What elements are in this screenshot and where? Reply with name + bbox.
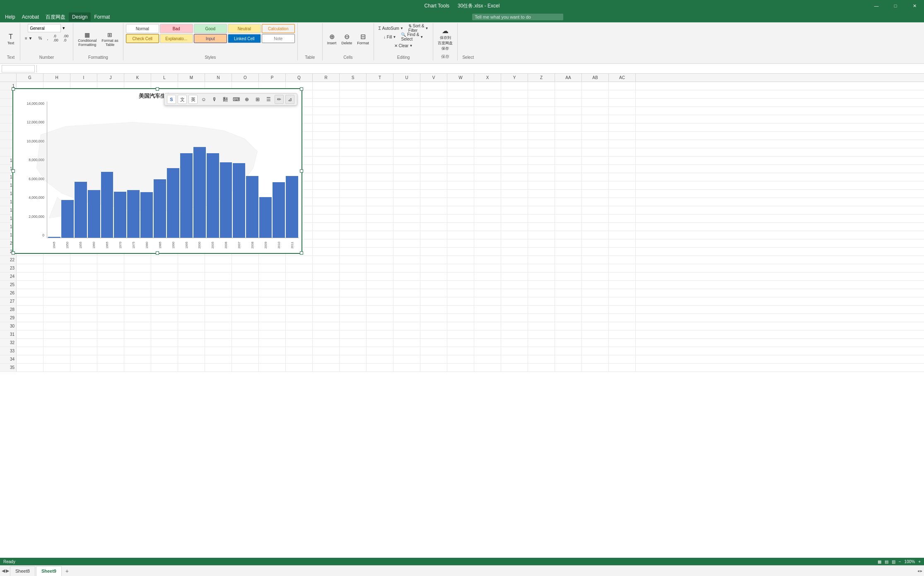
menu-design[interactable]: Design (69, 12, 91, 22)
col-X[interactable]: X (474, 74, 501, 82)
cell-AC1[interactable] (609, 82, 636, 90)
cell-Y7[interactable] (501, 132, 528, 140)
cell-V26[interactable] (420, 289, 447, 297)
cell-AC10[interactable] (609, 157, 636, 164)
cell-K23[interactable] (124, 264, 151, 272)
cell-T1[interactable] (367, 82, 393, 90)
cell-O28[interactable] (232, 306, 259, 313)
cell-Y2[interactable] (501, 90, 528, 98)
cell-P28[interactable] (259, 306, 286, 313)
cell-AA3[interactable] (555, 99, 582, 106)
cell-W15[interactable] (447, 198, 474, 206)
cell-Y13[interactable] (501, 181, 528, 189)
cell-N33[interactable] (205, 347, 232, 355)
cell-H32[interactable] (43, 339, 70, 347)
cell-Z22[interactable] (528, 256, 555, 264)
cell-U5[interactable] (393, 115, 420, 123)
cell-I26[interactable] (70, 289, 97, 297)
cell-V25[interactable] (420, 281, 447, 289)
cell-S9[interactable] (340, 148, 367, 156)
cell-S22[interactable] (340, 256, 367, 264)
cell-O32[interactable] (232, 339, 259, 347)
cell-M29[interactable] (178, 314, 205, 322)
cell-AA25[interactable] (555, 281, 582, 289)
cell-N26[interactable] (205, 289, 232, 297)
status-view-normal[interactable]: ▦ (878, 559, 881, 563)
cell-P23[interactable] (259, 264, 286, 272)
cell-Z26[interactable] (528, 289, 555, 297)
cell-V11[interactable] (420, 165, 447, 173)
delete-btn[interactable]: ⊖ Delete (339, 31, 354, 46)
filter-icon-btn[interactable]: ⊿ (285, 95, 294, 104)
cell-V24[interactable] (420, 272, 447, 280)
cell-P30[interactable] (259, 322, 286, 330)
cell-I28[interactable] (70, 306, 97, 313)
cell-O35[interactable] (232, 364, 259, 371)
cell-U15[interactable] (393, 198, 420, 206)
cell-G25[interactable] (17, 281, 43, 289)
cell-AB13[interactable] (582, 181, 609, 189)
cell-AC14[interactable] (609, 190, 636, 198)
cell-T33[interactable] (367, 347, 393, 355)
cell-T12[interactable] (367, 173, 393, 181)
cell-V10[interactable] (420, 157, 447, 164)
col-AC[interactable]: AC (609, 74, 636, 82)
cell-Y15[interactable] (501, 198, 528, 206)
cell-O33[interactable] (232, 347, 259, 355)
cell-X4[interactable] (474, 107, 501, 115)
cell-S29[interactable] (340, 314, 367, 322)
cell-Z9[interactable] (528, 148, 555, 156)
cell-N35[interactable] (205, 364, 232, 371)
cell-G28[interactable] (17, 306, 43, 313)
percent-btn[interactable]: % (36, 34, 44, 42)
cell-V35[interactable] (420, 364, 447, 371)
cell-X31[interactable] (474, 330, 501, 338)
cell-K35[interactable] (124, 364, 151, 371)
cell-P25[interactable] (259, 281, 286, 289)
cell-U13[interactable] (393, 181, 420, 189)
cell-U3[interactable] (393, 99, 420, 106)
col-L[interactable]: L (151, 74, 178, 82)
cell-AA31[interactable] (555, 330, 582, 338)
cell-T35[interactable] (367, 364, 393, 371)
pencil-btn[interactable]: ✏ (275, 95, 284, 104)
col-S[interactable]: S (340, 74, 367, 82)
cell-AB25[interactable] (582, 281, 609, 289)
cell-W30[interactable] (447, 322, 474, 330)
cell-V5[interactable] (420, 115, 447, 123)
status-view-break[interactable]: ▥ (892, 559, 895, 563)
cell-M32[interactable] (178, 339, 205, 347)
cell-M30[interactable] (178, 322, 205, 330)
cell-N23[interactable] (205, 264, 232, 272)
cell-O25[interactable] (232, 281, 259, 289)
col-U[interactable]: U (393, 74, 420, 82)
cell-AC4[interactable] (609, 107, 636, 115)
cell-AB10[interactable] (582, 157, 609, 164)
cell-AB1[interactable] (582, 82, 609, 90)
cell-Y28[interactable] (501, 306, 528, 313)
cell-O31[interactable] (232, 330, 259, 338)
cell-X1[interactable] (474, 82, 501, 90)
cell-L28[interactable] (151, 306, 178, 313)
style-normal-btn[interactable]: Normal (126, 24, 159, 33)
cell-T23[interactable] (367, 264, 393, 272)
cell-P31[interactable] (259, 330, 286, 338)
style-explanatory-btn[interactable]: Explanato... (160, 34, 193, 43)
autosum-btn[interactable]: Σ AutoSum ▼ (376, 24, 405, 32)
cell-V18[interactable] (420, 223, 447, 231)
bar-2006[interactable] (220, 162, 232, 238)
cell-U10[interactable] (393, 157, 420, 164)
cell-Z7[interactable] (528, 132, 555, 140)
cell-T17[interactable] (367, 214, 393, 222)
bar-2000[interactable] (193, 147, 206, 238)
cell-Z21[interactable] (528, 248, 555, 255)
cell-AC31[interactable] (609, 330, 636, 338)
cell-J30[interactable] (97, 322, 124, 330)
cell-X29[interactable] (474, 314, 501, 322)
cell-S25[interactable] (340, 281, 367, 289)
cell-U23[interactable] (393, 264, 420, 272)
bar-1945[interactable] (48, 237, 60, 238)
cell-Z32[interactable] (528, 339, 555, 347)
cell-AC34[interactable] (609, 355, 636, 363)
style-good-btn[interactable]: Good (194, 24, 227, 33)
